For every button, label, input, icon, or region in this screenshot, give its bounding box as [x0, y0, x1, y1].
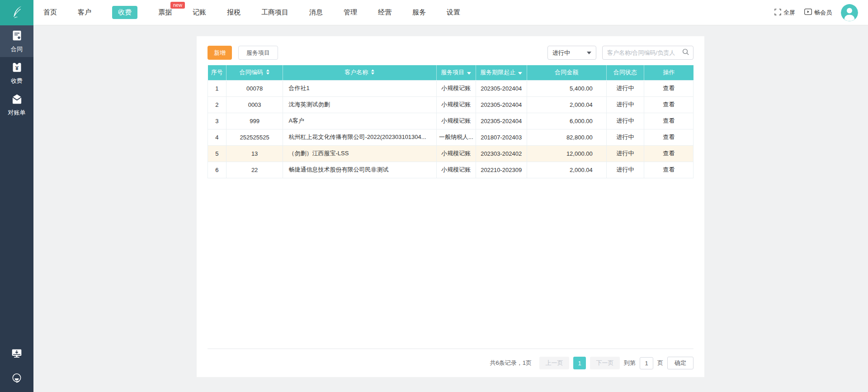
table-row: 1 00078 合作社1 小规模记账 202305-202404 5,400.0…: [208, 80, 693, 96]
nav-item-invoices[interactable]: 票据 new: [158, 8, 172, 17]
cell-index: 4: [208, 129, 226, 145]
member-button[interactable]: 畅会员: [804, 9, 832, 17]
contracts-card: 新增 服务项目 进行中: [197, 36, 704, 377]
column-header-service-period[interactable]: 服务期限起止: [476, 65, 527, 80]
sidebar-item-contracts[interactable]: 合同: [0, 25, 33, 57]
chevron-down-icon: [587, 52, 591, 54]
cell-service-period: 202210-202309: [476, 162, 527, 178]
nav-item-services[interactable]: 服务: [412, 8, 426, 17]
nav-item-operations[interactable]: 经营: [378, 8, 392, 17]
pagination: 共6条记录，1页 上一页 1 下一页 到第 页 确定: [208, 349, 693, 377]
cell-service-item: 小规模记账: [436, 80, 476, 96]
prev-page-button[interactable]: 上一页: [539, 357, 569, 369]
yuan-badge-icon: ¥: [11, 61, 23, 75]
view-link[interactable]: 查看: [663, 134, 675, 140]
column-header-status[interactable]: 合同状态: [606, 65, 644, 80]
cell-service-period: 202305-202404: [476, 96, 527, 113]
cell-status: 进行中: [606, 113, 644, 129]
client-download-icon[interactable]: [11, 348, 23, 361]
cell-status: 进行中: [606, 80, 644, 96]
nav-item-business-projects[interactable]: 工商项目: [261, 8, 288, 17]
cell-service-item: 一般纳税人...: [436, 129, 476, 145]
column-header-customer-name[interactable]: 客户名称: [283, 65, 436, 80]
table-header-row: 序号 合同编码 客户名称 服务项目 服务期限起止 合同金额 合同状态 操作: [208, 65, 693, 80]
nav-item-customers[interactable]: 客户: [78, 8, 91, 17]
cell-amount: 82,800.00: [527, 129, 606, 145]
member-label: 畅会员: [814, 9, 832, 17]
column-header-amount[interactable]: 合同金额: [527, 65, 606, 80]
view-link[interactable]: 查看: [663, 150, 675, 157]
cell-customer-name: A客户: [283, 113, 436, 129]
nav-item-invoices-label: 票据: [158, 8, 172, 16]
new-badge: new: [170, 2, 185, 9]
sidebar-item-label: 对账单: [8, 109, 26, 117]
nav-item-management[interactable]: 管理: [344, 8, 357, 17]
goto-page-label: 到第: [624, 359, 636, 367]
sidebar: 合同 ¥ 收费 对账单: [0, 25, 33, 392]
cell-index: 5: [208, 145, 226, 162]
sidebar-item-statements[interactable]: 对账单: [0, 89, 33, 120]
user-avatar[interactable]: [841, 4, 858, 21]
topbar-right: 全屏 畅会员: [774, 4, 868, 21]
column-header-service-item[interactable]: 服务项目: [436, 65, 476, 80]
sort-icon: [266, 69, 270, 76]
cell-customer-name: 畅捷通信息技术股份有限公司民非测试: [283, 162, 436, 178]
cell-status: 进行中: [606, 96, 644, 113]
column-header-contract-code[interactable]: 合同编码: [226, 65, 283, 80]
cell-contract-code: 252525525: [226, 129, 283, 145]
cell-contract-code: 00078: [226, 80, 283, 96]
column-header-actions[interactable]: 操作: [644, 65, 693, 80]
goto-page-unit: 页: [657, 359, 663, 367]
cell-amount: 12,000.00: [527, 145, 606, 162]
cell-amount: 6,000.00: [527, 113, 606, 129]
person-icon: [841, 4, 858, 21]
cell-amount: 2,000.04: [527, 96, 606, 113]
goto-page-input[interactable]: [640, 357, 653, 369]
play-video-icon: [804, 9, 812, 16]
cell-amount: 5,400.00: [527, 80, 606, 96]
view-link[interactable]: 查看: [663, 166, 675, 173]
status-filter-select[interactable]: 进行中: [547, 46, 596, 60]
cell-service-period: 202305-202404: [476, 113, 527, 129]
service-items-button[interactable]: 服务项目: [238, 46, 278, 60]
main-nav: 首页 客户 收费 票据 new 记账 报税 工商项目 消息 管理 经营 服务 设…: [43, 6, 460, 19]
nav-item-home[interactable]: 首页: [43, 8, 57, 17]
fullscreen-button[interactable]: 全屏: [774, 9, 795, 17]
search-icon[interactable]: [682, 48, 689, 57]
cell-contract-code: 13: [226, 145, 283, 162]
page-1-button[interactable]: 1: [573, 357, 586, 369]
contract-doc-star-icon: [11, 29, 23, 43]
cell-index: 3: [208, 113, 226, 129]
cell-contract-code: 22: [226, 162, 283, 178]
app-logo: [0, 0, 33, 25]
view-link[interactable]: 查看: [663, 101, 675, 108]
table-row: 3 999 A客户 小规模记账 202305-202404 6,000.00 进…: [208, 113, 693, 129]
sort-icon: [371, 69, 375, 76]
svg-text:¥: ¥: [15, 65, 19, 72]
add-button[interactable]: 新增: [208, 46, 232, 60]
table-row: 5 13 （勿删）江西服宝-LSS 小规模记账 202303-202402 12…: [208, 145, 693, 162]
column-header-index[interactable]: 序号: [208, 65, 226, 80]
nav-item-tax[interactable]: 报税: [227, 8, 241, 17]
cell-service-period: 202303-202402: [476, 145, 527, 162]
feather-logo-icon: [9, 4, 25, 22]
view-link[interactable]: 查看: [663, 117, 675, 124]
topbar: 首页 客户 收费 票据 new 记账 报税 工商项目 消息 管理 经营 服务 设…: [0, 0, 868, 25]
cell-customer-name: 杭州杠上花文化传播有限公司-2022(202303101304...: [283, 129, 436, 145]
search-input[interactable]: [607, 49, 682, 56]
nav-item-settings[interactable]: 设置: [447, 8, 460, 17]
toolbar: 新增 服务项目 进行中: [208, 46, 693, 60]
view-link[interactable]: 查看: [663, 85, 675, 91]
cell-service-item: 小规模记账: [436, 113, 476, 129]
customer-service-icon[interactable]: [11, 372, 23, 386]
fullscreen-label: 全屏: [783, 9, 795, 17]
confirm-button[interactable]: 确定: [667, 357, 693, 369]
cell-status: 进行中: [606, 145, 644, 162]
table-row: 2 0003 沈海英测试勿删 小规模记账 202305-202404 2,000…: [208, 96, 693, 113]
next-page-button[interactable]: 下一页: [590, 357, 620, 369]
nav-item-bookkeeping[interactable]: 记账: [193, 8, 206, 17]
nav-item-messages[interactable]: 消息: [309, 8, 323, 17]
sidebar-item-fees[interactable]: ¥ 收费: [0, 57, 33, 89]
nav-item-fees[interactable]: 收费: [112, 6, 137, 19]
status-filter-value: 进行中: [552, 49, 570, 57]
